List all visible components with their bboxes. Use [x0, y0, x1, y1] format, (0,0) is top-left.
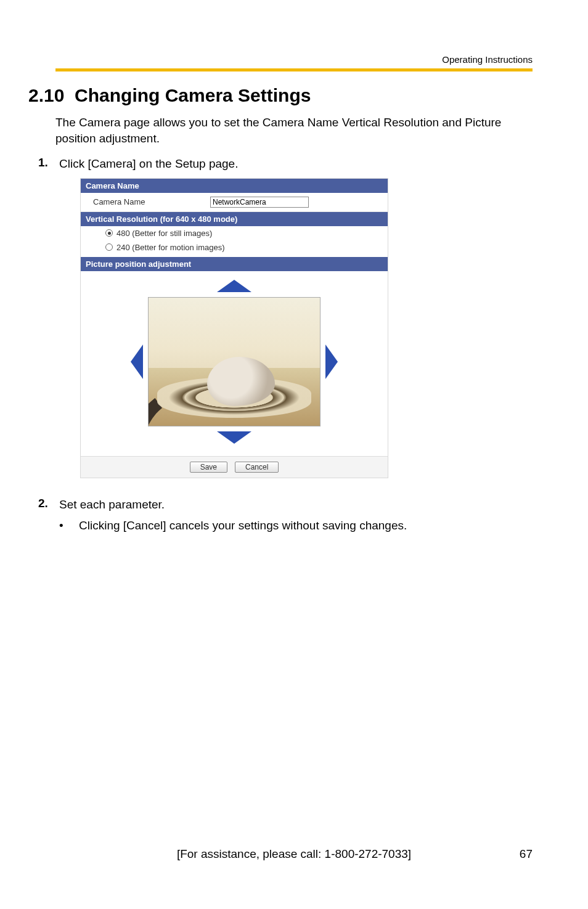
page-footer: [For assistance, please call: 1-800-272-…	[0, 847, 588, 861]
save-button[interactable]: Save	[190, 462, 227, 473]
step-2-text: Set each parameter.	[59, 497, 165, 513]
vertical-resolution-header: Vertical Resolution (for 640 x 480 mode)	[81, 212, 388, 226]
bullet-icon: •	[59, 519, 79, 532]
step-1: 1. Click [Camera] on the Setup page.	[38, 156, 533, 172]
section-title: Changing Camera Settings	[75, 85, 311, 105]
camera-name-label: Camera Name	[93, 197, 210, 206]
button-row: Save Cancel	[81, 456, 388, 478]
section-number: 2.10	[28, 85, 64, 105]
vres-option-480[interactable]: 480 (Better for still images)	[81, 226, 388, 240]
camera-name-section-header: Camera Name	[81, 179, 388, 193]
vres-option-480-label: 480 (Better for still images)	[116, 229, 212, 238]
intro-paragraph: The Camera page allows you to set the Ca…	[55, 115, 533, 146]
move-up-button[interactable]	[217, 280, 251, 292]
step-2-bullet: • Clicking [Cancel] cancels your setting…	[59, 519, 533, 532]
step-2-number: 2.	[38, 497, 59, 510]
camera-name-row: Camera Name	[81, 193, 388, 212]
header-label: Operating Instructions	[55, 54, 533, 65]
step-1-number: 1.	[38, 156, 59, 169]
footer-assistance-text: [For assistance, please call: 1-800-272-…	[0, 847, 588, 861]
move-left-button[interactable]	[131, 344, 143, 379]
accent-bar	[55, 68, 533, 71]
vres-option-240[interactable]: 240 (Better for motion images)	[81, 240, 388, 257]
camera-settings-panel: Camera Name Camera Name Vertical Resolut…	[80, 178, 388, 478]
step-2: 2. Set each parameter.	[38, 497, 533, 513]
move-down-button[interactable]	[217, 431, 251, 444]
vres-option-240-label: 240 (Better for motion images)	[116, 243, 225, 252]
camera-preview-image	[148, 297, 321, 426]
cancel-button[interactable]: Cancel	[235, 462, 279, 473]
picture-position-header: Picture position adjustment	[81, 257, 388, 271]
radio-unselected-icon	[105, 243, 113, 251]
picture-position-area	[81, 271, 388, 456]
camera-name-input[interactable]	[210, 197, 309, 208]
bullet-text: Clicking [Cancel] cancels your settings …	[79, 519, 407, 532]
move-right-button[interactable]	[325, 344, 338, 379]
section-heading: 2.10 Changing Camera Settings	[28, 85, 533, 106]
step-1-text: Click [Camera] on the Setup page.	[59, 156, 238, 172]
radio-selected-icon	[105, 229, 113, 237]
